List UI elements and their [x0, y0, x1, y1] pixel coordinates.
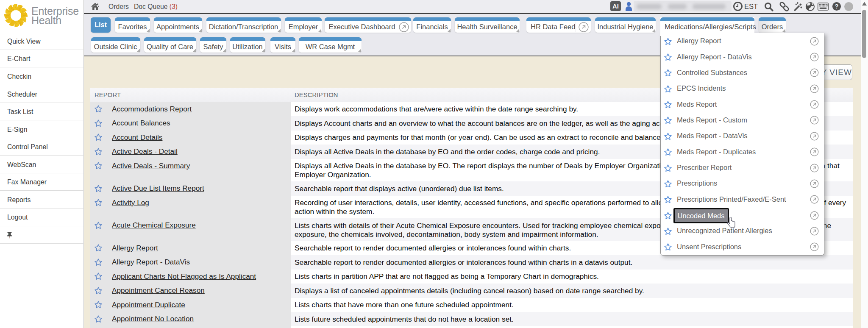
svg-text:?: ?	[835, 3, 839, 10]
